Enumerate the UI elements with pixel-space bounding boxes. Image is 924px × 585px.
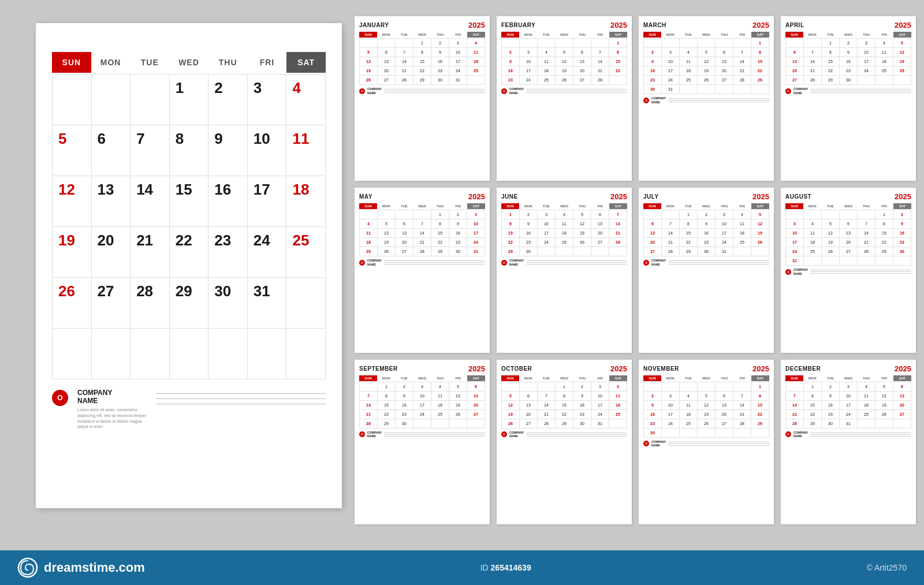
sc-day-label: SAT: [609, 375, 627, 381]
sc-cell: 31: [591, 419, 609, 428]
sc-cell: 9: [449, 219, 467, 229]
sc-cell: 16: [502, 66, 520, 76]
sc-cell: 1: [502, 210, 520, 219]
sc-day-label: TUE: [395, 32, 413, 38]
sc-cell: 20: [786, 66, 804, 76]
sc-cell: [644, 382, 662, 392]
sc-header: DECEMBER2025: [785, 364, 911, 373]
sc-cell: 3: [662, 48, 680, 57]
main-calendar-cell: 17: [248, 176, 287, 227]
sc-cell: [413, 419, 431, 428]
sc-cell: 23: [644, 76, 662, 85]
sc-footer-lines: [384, 433, 485, 437]
sc-cell: 29: [431, 247, 449, 256]
sc-cell: 5: [378, 219, 396, 229]
sc-cell: 26: [556, 76, 573, 85]
sc-cell: 15: [680, 229, 698, 238]
sc-year: 2025: [610, 364, 627, 373]
sc-footer-line: [526, 434, 627, 435]
author-credit: © Artit2570: [867, 563, 907, 572]
sc-cell: [716, 382, 733, 392]
main-calendar-cell: 8: [170, 125, 209, 176]
sc-cell: 14: [786, 401, 804, 410]
sc-cell: 10: [716, 219, 733, 229]
sc-cell: 5: [360, 48, 378, 57]
sc-grid: 1234567891011121314151617181920212223242…: [785, 38, 911, 85]
sc-cell: 29: [751, 419, 769, 428]
sc-cell: 20: [396, 238, 413, 247]
sc-company-logo: O: [643, 441, 649, 446]
sc-cell: 27: [893, 410, 911, 419]
sc-cell: 15: [556, 401, 573, 410]
sc-cell: 21: [786, 410, 804, 419]
sc-cell: 27: [716, 76, 733, 85]
sc-cell: 27: [573, 76, 591, 85]
sc-cell: 3: [858, 39, 875, 48]
sc-footer-line: [810, 91, 911, 91]
main-calendar-cell: 11: [286, 125, 326, 176]
sc-cell: 31: [716, 247, 733, 256]
sc-footer-line: [384, 260, 485, 261]
sc-grid: 1234567891011121314151617181920212223242…: [785, 382, 911, 428]
sc-day-label: MON: [377, 375, 395, 381]
sc-cell: 9: [893, 219, 911, 229]
sc-cell: 3: [520, 48, 538, 57]
main-calendar: SUN MON TUE WED THU FRI SAT 123456789101…: [36, 23, 342, 508]
main-calendar-cell: 2: [208, 74, 248, 125]
sc-cell: 13: [520, 401, 538, 410]
sc-cell: 12: [573, 219, 591, 229]
sc-day-label: THU: [431, 203, 449, 209]
sc-cell: 23: [573, 410, 591, 419]
sc-cell: 10: [858, 48, 875, 57]
sc-cell: 28: [804, 76, 822, 85]
sc-month-name: MARCH: [643, 22, 666, 28]
sc-cell: 9: [396, 392, 413, 401]
sc-days-header: SUNMONTUEWEDTHUFRISAT: [643, 375, 769, 381]
sc-footer-line: [668, 264, 769, 264]
sc-footer-line: [526, 433, 627, 433]
sc-cell: [804, 210, 822, 219]
sc-cell: 26: [502, 419, 520, 428]
sc-cell: 24: [591, 410, 609, 419]
sc-cell: 9: [502, 57, 520, 66]
sc-cell: 16: [431, 57, 449, 66]
sc-cell: 2: [822, 382, 840, 392]
main-calendar-cell: [286, 329, 326, 379]
sc-cell: 11: [875, 48, 893, 57]
sc-cell: 12: [698, 401, 716, 410]
small-calendar-november: NOVEMBER2025SUNMONTUEWEDTHUFRISAT1234567…: [639, 360, 774, 524]
sc-cell: 19: [556, 66, 573, 76]
sc-cell: 16: [644, 66, 662, 76]
sc-cell: 22: [413, 66, 431, 76]
sc-cell: 1: [431, 210, 449, 219]
main-calendar-cell: 14: [131, 176, 170, 227]
sc-cell: 29: [822, 76, 840, 85]
sc-cell: 19: [751, 229, 769, 238]
sc-cell: 9: [840, 48, 858, 57]
main-calendar-cell: [170, 329, 209, 379]
sc-day-label: FRI: [449, 375, 467, 381]
sc-cell: 16: [520, 229, 538, 238]
sc-cell: 10: [591, 392, 609, 401]
sc-cell: [378, 210, 396, 219]
sc-day-label: SUN: [359, 203, 377, 209]
sc-cell: 7: [413, 219, 431, 229]
sc-cell: 12: [751, 219, 769, 229]
sc-cell: 5: [573, 210, 591, 219]
sc-cell: 13: [467, 392, 485, 401]
sc-header: MARCH2025: [643, 21, 769, 29]
sc-cell: 2: [449, 210, 467, 219]
sc-day-label: TUE: [537, 32, 555, 38]
sc-cell: 19: [698, 66, 716, 76]
sc-cell: 4: [609, 382, 627, 392]
sc-year: 2025: [895, 21, 911, 29]
sc-day-label: THU: [573, 203, 591, 209]
sc-cell: [751, 85, 769, 94]
sc-cell: 22: [556, 410, 573, 419]
sc-cell: [786, 39, 804, 48]
sc-cell: 3: [467, 210, 485, 219]
sc-header: JULY2025: [643, 192, 769, 201]
sc-cell: 30: [698, 247, 716, 256]
sc-footer-lines: [668, 260, 769, 264]
sc-cell: 9: [520, 219, 538, 229]
